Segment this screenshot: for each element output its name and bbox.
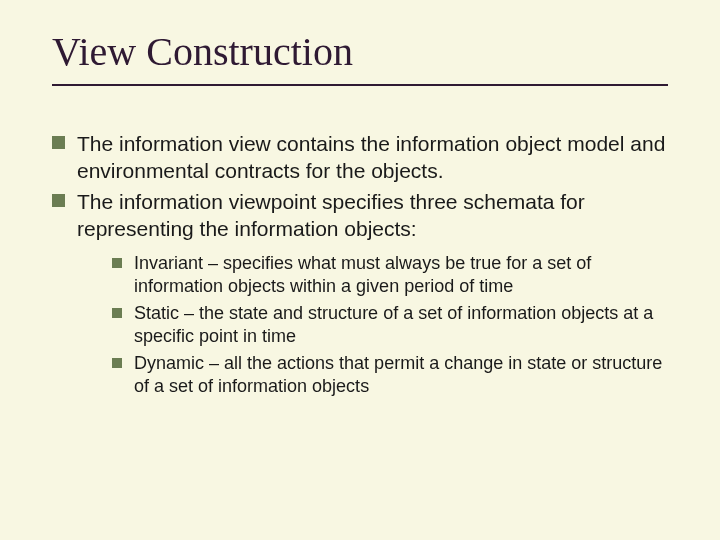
list-item-text: Dynamic – all the actions that permit a … [134, 352, 668, 398]
list-item: The information view contains the inform… [52, 130, 668, 184]
list-item-text: The information view contains the inform… [77, 130, 668, 184]
list-item-text: The information viewpoint specifies thre… [77, 188, 668, 242]
list-item: The information viewpoint specifies thre… [52, 188, 668, 242]
square-bullet-icon [112, 308, 122, 318]
list-item: Dynamic – all the actions that permit a … [112, 352, 668, 398]
list-item-text: Invariant – specifies what must always b… [134, 252, 668, 298]
sub-list: Invariant – specifies what must always b… [112, 252, 668, 398]
slide: View Construction The information view c… [0, 0, 720, 540]
list-item: Static – the state and structure of a se… [112, 302, 668, 348]
square-bullet-icon [112, 258, 122, 268]
square-bullet-icon [52, 194, 65, 207]
list-item: Invariant – specifies what must always b… [112, 252, 668, 298]
list-item-text: Static – the state and structure of a se… [134, 302, 668, 348]
square-bullet-icon [112, 358, 122, 368]
square-bullet-icon [52, 136, 65, 149]
slide-body: The information view contains the inform… [52, 130, 668, 402]
slide-title: View Construction [52, 28, 353, 75]
title-underline [52, 84, 668, 86]
